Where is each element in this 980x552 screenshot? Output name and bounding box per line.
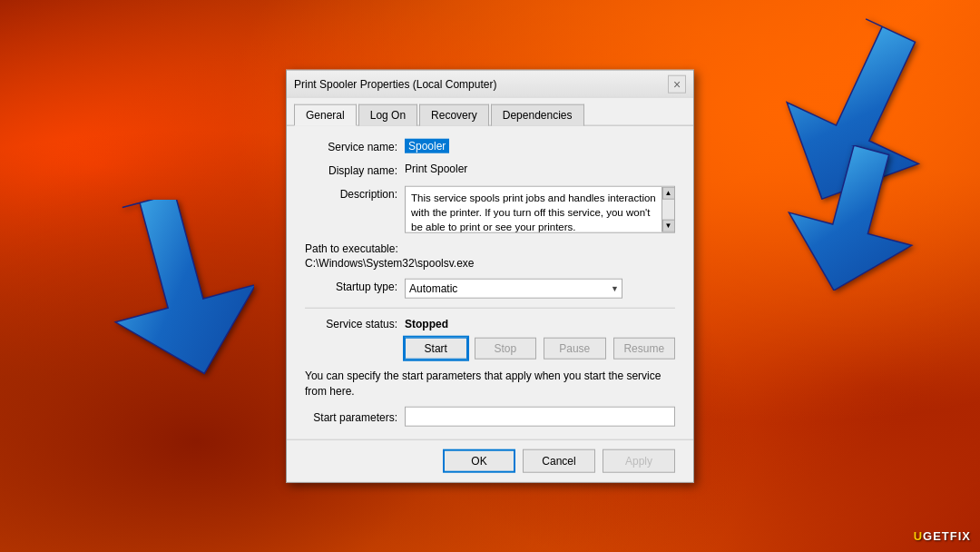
- arrow-right-mid: [771, 145, 916, 291]
- description-scrollbar: ▲ ▼: [662, 187, 674, 232]
- dialog-footer: OK Cancel Apply: [287, 439, 693, 481]
- watermark-text: GETFIX: [923, 529, 971, 543]
- apply-button[interactable]: Apply: [603, 448, 675, 472]
- watermark-u: U: [914, 529, 923, 543]
- resume-button[interactable]: Resume: [613, 338, 676, 360]
- divider: [305, 308, 675, 309]
- description-text: This service spools print jobs and handl…: [411, 191, 656, 233]
- pause-button[interactable]: Pause: [544, 338, 606, 360]
- close-button[interactable]: ×: [668, 74, 686, 93]
- description-wrapper: This service spools print jobs and handl…: [405, 186, 675, 233]
- service-name-value: Spooler: [405, 139, 675, 153]
- description-box: This service spools print jobs and handl…: [405, 186, 675, 233]
- startup-type-select[interactable]: Automatic Automatic (Delayed Start) Manu…: [405, 279, 622, 299]
- ok-button[interactable]: OK: [443, 448, 515, 472]
- arrow-left: [73, 200, 254, 381]
- path-value: C:\Windows\System32\spoolsv.exe: [305, 257, 675, 270]
- startup-type-row: Startup type: Automatic Automatic (Delay…: [305, 279, 675, 299]
- path-label: Path to executable:: [305, 242, 675, 255]
- start-params-row: Start parameters:: [305, 406, 675, 426]
- tab-recovery[interactable]: Recovery: [419, 104, 489, 126]
- service-status-value: Stopped: [405, 318, 448, 330]
- startup-type-label: Startup type:: [305, 279, 405, 293]
- dialog-window: Print Spooler Properties (Local Computer…: [286, 70, 694, 483]
- dialog-title: Print Spooler Properties (Local Computer…: [294, 77, 668, 90]
- description-label: Description:: [305, 186, 405, 201]
- start-button[interactable]: Start: [405, 338, 467, 360]
- tab-bar: General Log On Recovery Dependencies: [287, 98, 693, 126]
- svg-marker-2: [772, 145, 916, 291]
- startup-type-wrapper: Automatic Automatic (Delayed Start) Manu…: [405, 279, 622, 299]
- start-params-label: Start parameters:: [305, 409, 405, 423]
- scrollbar-down-btn[interactable]: ▼: [662, 220, 675, 232]
- cancel-button[interactable]: Cancel: [523, 448, 595, 472]
- service-name-highlight: Spooler: [405, 139, 449, 153]
- stop-button[interactable]: Stop: [475, 338, 537, 360]
- info-text: You can specify the start parameters tha…: [305, 369, 675, 399]
- tab-logon[interactable]: Log On: [358, 104, 417, 126]
- path-section: Path to executable: C:\Windows\System32\…: [305, 242, 675, 270]
- control-buttons: Start Stop Pause Resume: [405, 338, 675, 360]
- display-name-row: Display name: Print Spooler: [305, 163, 675, 177]
- tab-dependencies[interactable]: Dependencies: [491, 104, 584, 126]
- tab-general[interactable]: General: [294, 104, 357, 126]
- service-status-row: Service status: Stopped: [305, 318, 675, 330]
- watermark: UGETFIX: [914, 529, 971, 543]
- svg-marker-0: [87, 200, 254, 381]
- service-name-label: Service name:: [305, 139, 405, 153]
- display-name-label: Display name:: [305, 163, 405, 177]
- scrollbar-up-btn[interactable]: ▲: [662, 187, 675, 200]
- service-status-label: Service status:: [305, 318, 405, 330]
- titlebar: Print Spooler Properties (Local Computer…: [287, 71, 693, 98]
- start-params-input[interactable]: [405, 406, 675, 426]
- dialog-content: Service name: Spooler Display name: Prin…: [287, 126, 693, 439]
- description-row: Description: This service spools print j…: [305, 186, 675, 233]
- display-name-value: Print Spooler: [405, 163, 675, 175]
- service-name-row: Service name: Spooler: [305, 139, 675, 153]
